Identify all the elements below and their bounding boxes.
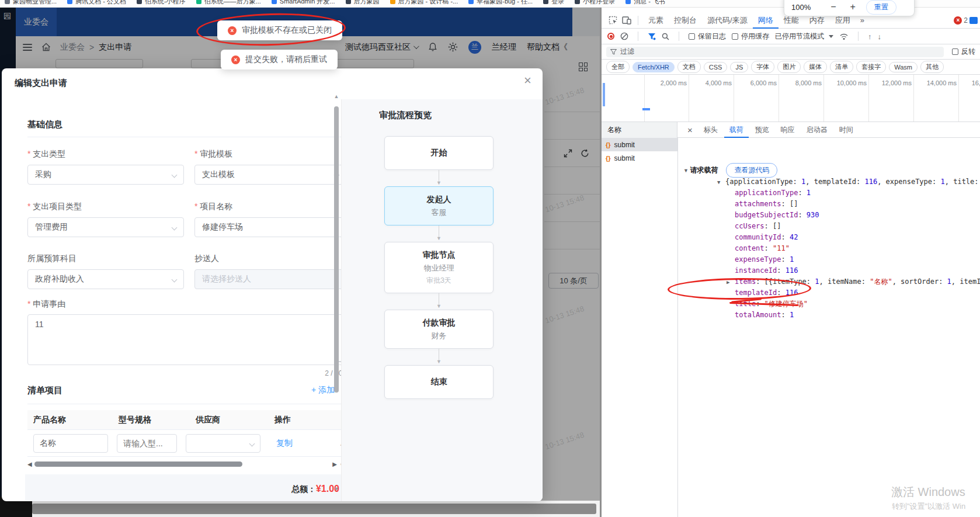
select-expense-type[interactable]: 采购 xyxy=(27,165,184,185)
throttling-select[interactable]: 已停用节流模式 xyxy=(775,32,833,41)
flow-node[interactable]: 结束 xyxy=(384,365,494,399)
payload-line[interactable]: applicationType: 1 xyxy=(602,188,980,199)
detail-tab-载荷[interactable]: 载荷 xyxy=(724,122,749,138)
import-har-icon[interactable]: ↑ xyxy=(868,32,872,41)
modal-vscrollbar[interactable]: ▲ ▼ xyxy=(333,93,339,492)
filter-chip[interactable]: 文档 xyxy=(677,61,701,73)
search-icon[interactable] xyxy=(662,33,669,40)
payload-line[interactable]: communityId: 42 xyxy=(602,232,980,243)
add-item-button[interactable]: +添加 xyxy=(311,385,335,395)
table-hscrollbar-thumb[interactable] xyxy=(34,462,242,467)
names-column-header[interactable]: 名称 xyxy=(602,122,677,138)
filter-input[interactable]: 过滤 xyxy=(606,47,944,57)
select-cc-users[interactable]: 请选择抄送人 xyxy=(194,269,346,289)
item-name-input[interactable] xyxy=(33,434,108,453)
filter-chip[interactable]: CSS xyxy=(704,62,728,72)
input-project-name[interactable]: 修建停车场 xyxy=(194,217,346,237)
zoom-reset-button[interactable]: 重置 xyxy=(866,0,896,15)
filter-chip[interactable]: 字体 xyxy=(751,61,774,73)
bookmark-item[interactable]: 后方象园 - 设计稿 -... xyxy=(390,0,458,6)
select-project-type[interactable]: 管理费用 xyxy=(27,217,184,237)
reason-textarea[interactable]: 11 xyxy=(27,314,346,365)
detail-tab-预览[interactable]: 预览 xyxy=(750,122,774,138)
bookmark-item[interactable]: 消息 - 飞书 xyxy=(625,0,665,6)
detail-tab-标头[interactable]: 标头 xyxy=(698,122,723,138)
inspect-element-icon[interactable] xyxy=(606,16,619,25)
bookmark-item[interactable]: 小程序登录 xyxy=(575,0,615,6)
devtools-resize-handle[interactable] xyxy=(600,8,602,517)
filter-chip[interactable]: Fetch/XHR xyxy=(633,62,675,72)
payload-line[interactable]: content: "11" xyxy=(602,243,980,254)
devtools-tab-源代码/来源[interactable]: 源代码/来源 xyxy=(702,12,753,29)
detail-tab-时间[interactable]: 时间 xyxy=(834,122,859,138)
bookmark-item[interactable]: 象园物业管理... xyxy=(5,0,57,6)
filter-icon[interactable] xyxy=(648,33,656,40)
payload-line[interactable]: attachments: [] xyxy=(602,199,980,210)
devtools-tab-网络[interactable]: 网络 xyxy=(753,12,779,29)
copy-row-link[interactable]: 复制 xyxy=(276,438,293,449)
filter-chip[interactable]: 图片 xyxy=(777,61,801,73)
scroll-left-icon[interactable]: ◀ xyxy=(27,461,32,467)
bookmark-item[interactable]: 伯系统-小程序 xyxy=(137,0,186,6)
flow-node[interactable]: 付款审批财务 xyxy=(384,310,494,349)
detail-tab-响应[interactable]: 响应 xyxy=(776,122,800,138)
page-hscrollbar-thumb[interactable] xyxy=(32,504,596,514)
error-badge-icon[interactable]: × xyxy=(954,16,962,25)
request-row[interactable]: {}submit xyxy=(602,138,677,151)
disable-cache-checkbox[interactable]: 停用缓存 xyxy=(732,32,769,41)
filter-chip[interactable]: 清单 xyxy=(830,61,853,73)
devtools-tab-控制台[interactable]: 控制台 xyxy=(669,12,702,29)
bookmark-item[interactable]: 登录 xyxy=(543,0,564,6)
payload-line[interactable]: instanceId: 116 xyxy=(602,265,980,276)
dropdown-arrow-icon xyxy=(829,35,833,38)
invert-checkbox[interactable]: 反转 xyxy=(952,47,975,57)
select-budget-subject[interactable]: 政府补助收入 xyxy=(27,269,184,289)
issues-icon[interactable] xyxy=(969,17,978,24)
supplier-select[interactable] xyxy=(186,434,260,453)
modal-vscrollbar-thumb[interactable] xyxy=(334,106,339,393)
filter-chip[interactable]: 全部 xyxy=(606,61,630,73)
table-hscrollbar[interactable]: ◀ ▶ xyxy=(27,460,337,469)
flow-node[interactable]: 开始 xyxy=(384,136,494,170)
item-spec-input[interactable] xyxy=(117,434,177,453)
bookmark-label: 登录 xyxy=(551,0,564,6)
select-template[interactable]: 支出模板 xyxy=(194,165,346,185)
export-har-icon[interactable]: ↓ xyxy=(878,32,882,41)
bookmark-item[interactable]: SmartAdmin 开发... xyxy=(272,0,335,6)
view-source-button[interactable]: 查看源代码 xyxy=(726,163,777,178)
flow-node[interactable]: 发起人客服 xyxy=(384,186,494,225)
request-row[interactable]: {}submit xyxy=(602,151,677,165)
scroll-up-icon[interactable]: ▲ xyxy=(333,93,339,99)
bookmark-item[interactable]: 伯系统——后方象... xyxy=(196,0,261,6)
filter-chip[interactable]: JS xyxy=(730,62,748,72)
payload-section-title[interactable]: 请求载荷 xyxy=(683,165,718,175)
payload-line[interactable]: ▼{applicationType: 1, templateId: 116, e… xyxy=(602,176,980,188)
bookmark-item[interactable]: 腾讯文档 - 公文档 xyxy=(67,0,126,6)
bookmark-item[interactable]: 后方象园 xyxy=(346,0,380,6)
filter-chip[interactable]: Wasm xyxy=(889,62,918,72)
filter-chip[interactable]: 套接字 xyxy=(856,61,886,73)
zoom-out-button[interactable]: − xyxy=(823,2,843,12)
filter-chip[interactable]: 其他 xyxy=(920,61,944,73)
detail-tab-启动器[interactable]: 启动器 xyxy=(801,122,833,138)
funnel-icon xyxy=(610,49,617,55)
bookmark-item[interactable]: 幸福象园-bug - 任... xyxy=(468,0,533,6)
filter-chip[interactable]: 媒体 xyxy=(804,61,827,73)
preserve-log-checkbox[interactable]: 保留日志 xyxy=(689,32,726,41)
record-network-icon[interactable] xyxy=(607,33,614,40)
payload-line[interactable]: budgetSubjectId: 930 xyxy=(602,210,980,221)
payload-line[interactable]: expenseType: 1 xyxy=(602,254,980,265)
network-conditions-icon[interactable] xyxy=(839,32,849,40)
flow-node[interactable]: 审批节点物业经理审批3天 xyxy=(384,242,494,293)
tree-toggle-icon[interactable]: ▼ xyxy=(717,177,725,188)
devtools-tab-元素[interactable]: 元素 xyxy=(643,12,669,29)
scroll-down-icon[interactable]: ▼ xyxy=(333,486,339,492)
payload-line[interactable]: ccUsers: [] xyxy=(602,221,980,232)
close-icon[interactable]: × xyxy=(524,74,531,87)
payload-line[interactable]: totalAmount: 1 xyxy=(602,310,980,321)
zoom-in-button[interactable]: + xyxy=(843,2,863,12)
close-detail-icon[interactable]: × xyxy=(683,125,697,135)
more-tabs-icon[interactable]: » xyxy=(857,16,868,25)
clear-network-icon[interactable] xyxy=(620,32,628,40)
device-toolbar-icon[interactable] xyxy=(620,16,633,25)
